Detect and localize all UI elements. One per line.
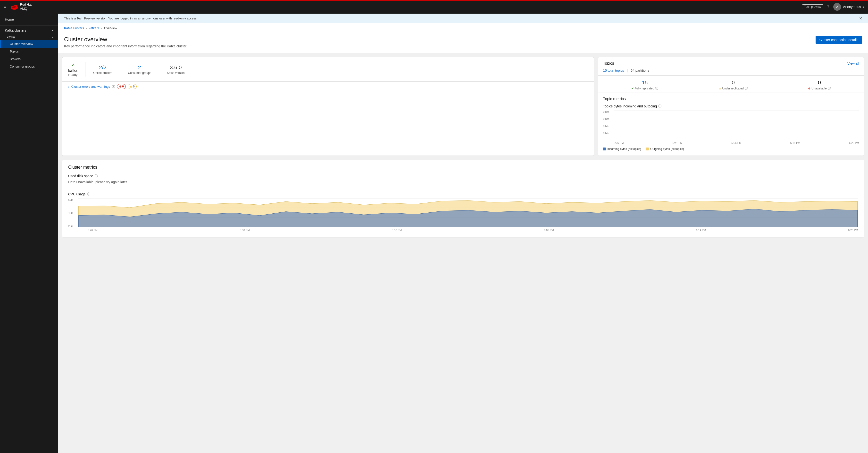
errors-row: › Cluster errors and warnings ⓘ ⊗ 0 ⚠ 0 <box>62 81 594 91</box>
breadcrumb-sep-1: › <box>86 26 87 30</box>
banner-text: This is a Tech Preview version. You are … <box>64 17 197 20</box>
page-header: Cluster overview Key performance indicat… <box>58 32 868 53</box>
kafka-cluster-chevron-icon: ▾ <box>52 36 53 39</box>
sidebar-item-cluster-overview[interactable]: Cluster overview <box>0 40 58 48</box>
topic-bytes-chart: 0 bits 0 bits 0 bits 0 bits <box>603 110 859 140</box>
online-brokers-label: Online brokers <box>93 71 112 75</box>
topic-bytes-svg <box>614 110 859 135</box>
legend-outgoing-dot <box>646 147 649 150</box>
under-replicated-metric: 0 ⚠ Under replicated ⓘ <box>719 80 748 91</box>
legend-incoming: Incoming bytes (all topics) <box>603 147 641 151</box>
topics-title: Topics <box>603 61 614 66</box>
topics-partitions: 64 partitions <box>630 68 649 73</box>
cpu-chart-area: CPU usage ⓘ 60m 40m 20m <box>68 192 858 232</box>
status-ready-label: Ready <box>68 73 78 77</box>
help-icon[interactable]: ? <box>827 5 829 9</box>
unavailable-metric: 0 ⊗ Unavailable ⓘ <box>808 80 831 91</box>
logo-area: Red Hat AMQ <box>10 3 32 11</box>
main-area: This is a Tech Preview version. You are … <box>58 13 868 453</box>
topic-chart-x-labels: 5:26 PM 5:41 PM 5:56 PM 6:11 PM 6:26 PM <box>614 141 859 144</box>
cpu-chart-container: 60m 40m 20m <box>68 198 858 232</box>
fully-replicated-value: 15 <box>642 80 648 86</box>
topic-metrics-title: Topic metrics <box>603 97 859 101</box>
topic-metrics-section: Topic metrics Topics bytes incoming and … <box>598 93 864 155</box>
disk-unavailable-text: Data unavailable, please try again later <box>68 180 858 188</box>
unavailable-label: ⊗ Unavailable ⓘ <box>808 86 831 91</box>
logo-text: Red Hat AMQ <box>20 3 32 11</box>
page-title-area: Cluster overview Key performance indicat… <box>64 36 187 48</box>
hamburger-icon[interactable]: ≡ <box>4 4 6 9</box>
under-replicated-info-icon[interactable]: ⓘ <box>745 86 748 91</box>
topbar: ≡ Red Hat AMQ Tech preview ? A Anonymous… <box>0 0 868 13</box>
topics-view-all-link[interactable]: View all <box>847 61 859 65</box>
sidebar-item-topics[interactable]: Topics <box>0 48 58 55</box>
content-area: Kafka clusters › kafka ▾ › Overview Clus… <box>58 23 868 453</box>
online-brokers-value: 2/2 <box>99 64 106 71</box>
avatar: A <box>833 3 841 11</box>
topics-metrics-row: 15 ✔ Fully replicated ⓘ 0 ⚠ Under r <box>598 76 864 93</box>
user-area[interactable]: A Anonymous ▾ <box>833 3 864 11</box>
kafka-version-value: 3.6.0 <box>170 64 182 71</box>
consumer-groups-label: Consumer groups <box>128 71 151 75</box>
app-body: Home Kafka clusters ▾ kafka ▾ Cluster ov… <box>0 13 868 453</box>
warning-icon: ⚠ <box>130 85 132 88</box>
status-check-icon: ✔ <box>71 62 75 67</box>
page-subtitle: Key performance indicators and important… <box>64 44 187 48</box>
status-section: ✔ kafka Ready 2/2 Online brokers 2 Consu… <box>62 57 594 81</box>
cluster-errors-link[interactable]: Cluster errors and warnings <box>71 85 110 88</box>
under-replicated-dot: ⚠ <box>719 87 721 90</box>
fully-replicated-label: ✔ Fully replicated ⓘ <box>631 86 658 91</box>
cluster-name-value: kafka <box>68 68 78 73</box>
fully-replicated-metric: 15 ✔ Fully replicated ⓘ <box>631 80 658 91</box>
legend-outgoing: Outgoing bytes (all topics) <box>646 147 684 151</box>
cpu-chart-x-labels: 5:26 PM 5:38 PM 5:50 PM 6:02 PM 6:14 PM … <box>88 229 858 232</box>
consumer-groups-col: 2 Consumer groups <box>120 64 159 75</box>
error-badge: ⊗ 0 <box>117 84 126 89</box>
sidebar-item-home[interactable]: Home <box>0 13 58 26</box>
total-topics-link[interactable]: 15 total topics <box>603 68 624 73</box>
cluster-metrics-card: Cluster metrics Used disk space ⓘ Data u… <box>62 160 864 237</box>
online-brokers-col: 2/2 Online brokers <box>86 64 120 75</box>
cpu-chart-inner: 5:26 PM 5:38 PM 5:50 PM 6:02 PM 6:14 PM … <box>78 198 858 232</box>
banner-close-icon[interactable]: ✕ <box>859 16 862 21</box>
breadcrumb-cluster-name[interactable]: kafka ▾ <box>89 26 99 30</box>
cpu-chart-svg <box>78 198 858 227</box>
error-icon: ⊗ <box>119 85 121 88</box>
fully-replicated-info-icon[interactable]: ⓘ <box>655 86 658 91</box>
errors-info-icon[interactable]: ⓘ <box>112 84 115 89</box>
topics-stats: 15 total topics | 64 partitions <box>598 67 864 76</box>
consumer-groups-value: 2 <box>138 64 141 71</box>
kafka-version-label: Kafka version <box>167 71 185 75</box>
topic-bytes-info-icon[interactable]: ⓘ <box>658 104 661 108</box>
topic-bytes-title: Topics bytes incoming and outgoing ⓘ <box>603 104 859 108</box>
cluster-status-card: ✔ kafka Ready 2/2 Online brokers 2 Consu… <box>62 57 594 156</box>
tech-preview-badge: Tech preview <box>802 4 823 9</box>
sidebar-section-kafka-clusters[interactable]: Kafka clusters ▾ <box>0 26 58 33</box>
cluster-connection-details-button[interactable]: Cluster connection details <box>815 36 862 44</box>
sidebar-cluster-kafka[interactable]: kafka ▾ <box>0 33 58 40</box>
cluster-metrics-title: Cluster metrics <box>68 165 858 170</box>
sidebar: Home Kafka clusters ▾ kafka ▾ Cluster ov… <box>0 13 58 453</box>
under-replicated-label: ⚠ Under replicated ⓘ <box>719 86 748 91</box>
sidebar-item-brokers[interactable]: Brokers <box>0 55 58 63</box>
breadcrumb-kafka-clusters[interactable]: Kafka clusters <box>64 26 84 30</box>
errors-expand-icon[interactable]: › <box>68 85 69 88</box>
cpu-usage-title: CPU usage ⓘ <box>68 192 858 196</box>
unavailable-info-icon[interactable]: ⓘ <box>828 86 831 91</box>
cpu-info-icon[interactable]: ⓘ <box>87 192 90 196</box>
unavailable-dot: ⊗ <box>808 87 810 90</box>
sidebar-item-consumer-groups[interactable]: Consumer groups <box>0 63 58 70</box>
cpu-chart-y-labels: 60m 40m 20m <box>68 198 77 227</box>
breadcrumb: Kafka clusters › kafka ▾ › Overview <box>58 23 868 32</box>
warning-badge: ⚠ 0 <box>128 84 137 89</box>
topic-chart-y-labels: 0 bits 0 bits 0 bits 0 bits <box>603 110 613 135</box>
topics-header: Topics View all <box>598 57 864 67</box>
topic-chart-inner <box>614 110 859 140</box>
cards-row: ✔ kafka Ready 2/2 Online brokers 2 Consu… <box>58 53 868 160</box>
under-replicated-value: 0 <box>732 80 735 86</box>
legend-incoming-dot <box>603 147 606 150</box>
cluster-name-col: ✔ kafka Ready <box>68 62 86 77</box>
breadcrumb-sep-2: › <box>101 26 102 30</box>
topbar-right: Tech preview ? A Anonymous ▾ <box>802 3 864 11</box>
disk-info-icon[interactable]: ⓘ <box>95 174 98 178</box>
